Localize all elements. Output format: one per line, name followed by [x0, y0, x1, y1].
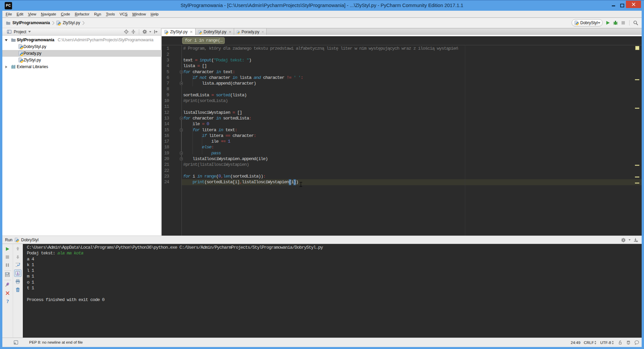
debug-button[interactable] [613, 20, 618, 26]
menu-edit[interactable]: Edit [14, 11, 26, 18]
tree-item-label: StylProgramowania [17, 38, 54, 42]
tab-close-icon[interactable] [229, 30, 231, 34]
menu-run[interactable]: Run [92, 11, 104, 18]
locate-file-button[interactable] [124, 29, 129, 34]
tree-item-stylprogramowania[interactable]: StylProgramowaniaC:\Users\Admin\PycharmP… [2, 37, 161, 43]
inspection-status-square[interactable] [635, 46, 639, 50]
python-icon [164, 30, 168, 35]
gutter-separator [181, 45, 182, 236]
code-editor[interactable]: 1 2 3 4 5 6 7 8 9 10 11 12 13 14 15 16 1… [162, 36, 642, 236]
help-button[interactable]: ? [6, 299, 9, 304]
encoding-widget[interactable]: UTF-8 [600, 341, 614, 345]
hide-panel-button[interactable] [633, 238, 638, 243]
hide-panel-button[interactable] [153, 29, 158, 34]
menu-code[interactable]: Code [59, 11, 73, 18]
tree-item-external-libraries[interactable]: External Libraries [2, 63, 161, 70]
hint-separator-line [162, 45, 642, 45]
soft-wrap-button[interactable] [15, 262, 20, 267]
print-button[interactable] [15, 279, 20, 284]
menu-tools[interactable]: Tools [104, 11, 117, 18]
run-panel-header: Run DobryStyl [2, 236, 642, 244]
event-log-bubble-icon[interactable] [634, 340, 639, 345]
lock-icon[interactable] [618, 340, 623, 345]
maximize-button[interactable] [620, 4, 624, 7]
warning-stripe-mark[interactable] [635, 177, 639, 178]
chevron-down-icon[interactable] [629, 239, 631, 241]
line-separator-widget[interactable]: CRLF [584, 341, 597, 345]
caret-position[interactable]: 24:49 [571, 341, 581, 345]
chevron-down-icon[interactable] [28, 31, 31, 33]
run-panel-title: Run [5, 238, 12, 242]
console-output: C:\Users\Admin\AppData\Local\Programs\Py… [27, 245, 323, 303]
warning-stripe-mark[interactable] [635, 108, 639, 109]
menu-file[interactable]: File [3, 11, 14, 18]
chevron-right-icon [52, 21, 55, 25]
inspection-profile-icon[interactable] [626, 340, 631, 345]
tab-close-icon[interactable] [190, 30, 193, 34]
tree-item-porady-py[interactable]: Porady.py [2, 50, 161, 57]
tree-item-dobrystyl-py[interactable]: DobryStyl.py [2, 43, 161, 50]
run-panel-config-label[interactable]: DobryStyl [21, 238, 39, 242]
warning-stripe-mark[interactable] [635, 79, 639, 80]
tab-zlystyl-py[interactable]: ZlyStyl.py [162, 29, 196, 35]
up-stack-trace-button[interactable] [15, 246, 20, 251]
warning-stripe-mark[interactable] [635, 165, 639, 166]
collapse-all-button[interactable] [131, 29, 136, 34]
stop-button[interactable] [621, 20, 626, 26]
restore-layout-button[interactable] [5, 272, 10, 277]
chevron-right-icon [82, 21, 85, 25]
breadcrumb-label: ZlyStyl.py [63, 20, 80, 25]
fold-marker[interactable] [180, 129, 183, 132]
run-toolbar: ? [2, 244, 23, 338]
clear-all-button[interactable] [15, 287, 20, 292]
gear-icon[interactable] [621, 238, 626, 243]
menu-vcs[interactable]: VCS [117, 11, 130, 18]
fold-marker[interactable] [180, 82, 183, 85]
minimize-button[interactable] [612, 5, 615, 6]
search-everywhere-button[interactable] [633, 20, 638, 26]
fold-marker[interactable] [180, 117, 183, 120]
warning-stripe-mark[interactable] [635, 183, 639, 184]
python-icon [18, 44, 23, 49]
tab-dobrystyl-py[interactable]: DobryStyl.py [196, 29, 234, 35]
python-icon [236, 30, 240, 35]
expand-arrow-icon[interactable] [4, 65, 8, 69]
breadcrumb-item[interactable]: ZlyStyl.py [56, 20, 80, 26]
fold-marker[interactable] [180, 152, 183, 155]
fold-marker[interactable] [180, 70, 183, 73]
down-stack-trace-button[interactable] [15, 254, 20, 260]
gear-icon[interactable] [142, 29, 147, 34]
tree-item-label: ZlyStyl.py [23, 58, 41, 62]
project-panel-header: Project [2, 28, 161, 36]
run-configuration-combo[interactable]: DobryStyl [572, 19, 603, 27]
menu-refactor[interactable]: Refactor [72, 11, 92, 18]
updown-icon [594, 341, 597, 345]
window-title: StylProgramowania - [C:\Users\Admin\Pych… [0, 0, 644, 11]
rerun-button[interactable] [5, 246, 10, 252]
fold-marker[interactable] [180, 157, 183, 160]
menu-view[interactable]: View [25, 11, 39, 18]
code-text[interactable]: # Program, który dla zadanego tekstu prz… [183, 46, 458, 185]
pause-output-button[interactable] [5, 262, 10, 268]
run-configuration-label: DobryStyl [580, 20, 598, 25]
close-button[interactable] [626, 1, 641, 8]
menu-window[interactable]: Window [130, 11, 148, 18]
tree-item-zlystyl-py[interactable]: ZlyStyl.py [2, 57, 161, 63]
menu-help[interactable]: Help [148, 11, 161, 18]
run-console[interactable]: C:\Users\Admin\AppData\Local\Programs\Py… [23, 244, 642, 338]
breadcrumb-item[interactable]: StylProgramowania [6, 20, 50, 26]
stop-button[interactable] [5, 254, 10, 260]
tab-close-icon[interactable] [262, 30, 264, 34]
tab-porady-py[interactable]: Porady.py [234, 29, 267, 35]
menu-navigate[interactable]: Navigate [39, 11, 58, 18]
expand-arrow-icon[interactable] [4, 38, 8, 42]
close-panel-button[interactable] [5, 291, 10, 296]
run-button[interactable] [605, 20, 610, 26]
toolwindow-switcher-icon[interactable] [13, 340, 18, 345]
pin-tab-button[interactable] [5, 282, 10, 287]
chevron-down-icon[interactable] [149, 31, 151, 33]
status-bar: PEP 8: no newline at end of file 24:49 C… [2, 338, 642, 347]
window-border-right [642, 11, 644, 347]
breadcrumb-label: StylProgramowania [12, 20, 50, 25]
breadcrumb: StylProgramowaniaZlyStyl.py [6, 18, 86, 28]
